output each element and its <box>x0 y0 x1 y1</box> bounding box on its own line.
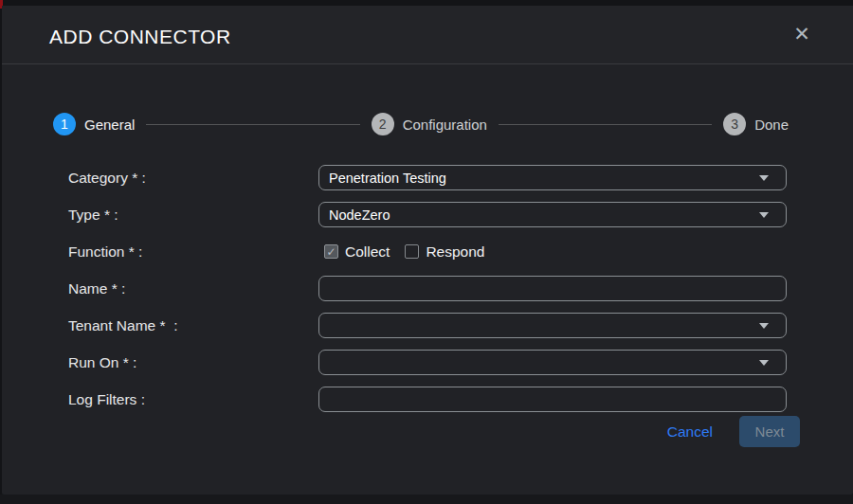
name-row: Name * : <box>2 270 853 307</box>
name-label: Name * : <box>2 280 318 297</box>
dialog-header: ADD CONNECTOR ✕ <box>2 6 853 64</box>
collect-checkbox-label: Collect <box>345 243 390 261</box>
cancel-button[interactable]: Cancel <box>667 423 713 441</box>
category-selected-value: Penetration Testing <box>329 171 446 186</box>
dialog-title: ADD CONNECTOR <box>49 26 231 48</box>
category-select[interactable]: Penetration Testing <box>318 165 787 190</box>
close-icon[interactable]: ✕ <box>789 20 815 46</box>
tenant-name-select[interactable] <box>318 313 787 338</box>
category-row: Category * : Penetration Testing <box>2 159 853 196</box>
step-general: 1 General <box>53 113 135 135</box>
add-connector-dialog: ADD CONNECTOR ✕ 1 General 2 Configuratio… <box>2 6 853 495</box>
tenant-name-label: Tenant Name * : <box>2 317 318 334</box>
category-label: Category * : <box>2 170 318 187</box>
type-select[interactable]: NodeZero <box>318 202 787 227</box>
respond-checkbox-item[interactable]: ✓ Respond <box>405 243 484 261</box>
step-configuration: 2 Configuration <box>372 113 487 135</box>
name-input[interactable] <box>318 276 787 301</box>
step-2-circle: 2 <box>372 113 394 135</box>
run-on-label: Run On * : <box>2 354 318 371</box>
chevron-down-icon <box>759 360 769 366</box>
step-connector-line <box>146 124 359 125</box>
log-filters-input[interactable] <box>318 387 787 412</box>
step-3-label: Done <box>754 117 789 133</box>
chevron-down-icon <box>759 212 769 218</box>
step-done: 3 Done <box>723 113 789 135</box>
function-row: Function * : ✓ Collect ✓ Respond <box>2 233 853 270</box>
chevron-down-icon <box>759 323 769 329</box>
respond-checkbox[interactable]: ✓ <box>405 244 419 259</box>
step-1-circle: 1 <box>53 113 76 135</box>
type-row: Type * : NodeZero <box>2 196 853 233</box>
run-on-row: Run On * : <box>2 344 853 381</box>
wizard-stepper: 1 General 2 Configuration 3 Done <box>53 113 789 135</box>
log-filters-row: Log Filters : <box>2 381 853 418</box>
function-checkbox-group: ✓ Collect ✓ Respond <box>318 243 787 261</box>
log-filters-label: Log Filters : <box>2 391 318 408</box>
next-button[interactable]: Next <box>739 416 800 447</box>
step-connector-line <box>499 124 712 125</box>
run-on-select[interactable] <box>318 350 787 375</box>
type-selected-value: NodeZero <box>329 207 390 223</box>
chevron-down-icon <box>759 175 769 181</box>
step-1-label: General <box>84 117 135 133</box>
collect-checkbox-item[interactable]: ✓ Collect <box>324 243 390 261</box>
background-page-strip <box>0 495 853 504</box>
collect-checkbox[interactable]: ✓ <box>324 244 338 259</box>
tenant-name-row: Tenant Name * : <box>2 307 853 344</box>
step-2-label: Configuration <box>403 117 487 133</box>
step-3-circle: 3 <box>723 113 746 135</box>
type-label: Type * : <box>2 207 318 224</box>
dialog-footer: Cancel Next <box>667 416 800 447</box>
respond-checkbox-label: Respond <box>426 243 484 261</box>
function-label: Function * : <box>2 243 318 261</box>
connector-form: Category * : Penetration Testing Type * … <box>2 159 853 418</box>
